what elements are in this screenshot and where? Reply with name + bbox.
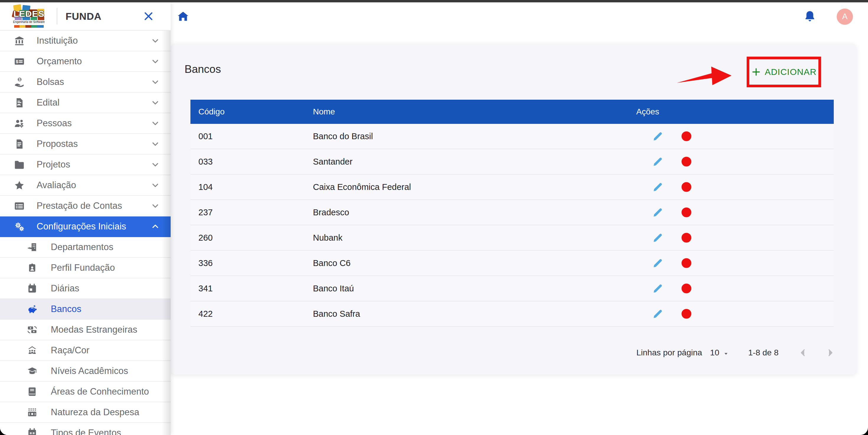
edit-pencil-icon[interactable]	[651, 206, 664, 219]
chevron-down-icon[interactable]	[151, 160, 160, 169]
submenu-item-label: Moedas Estrangeiras	[51, 325, 137, 335]
sidebar-submenu-item[interactable]: Níveis Acadêmicos	[0, 361, 170, 381]
delete-ban-icon[interactable]	[680, 231, 693, 244]
banks-table: Código Nome Ações 001 Banco do Brasil 03…	[190, 100, 834, 327]
cell-nome: Bradesco	[305, 208, 628, 218]
building-arrow-icon	[25, 241, 39, 253]
chevron-down-icon[interactable]	[151, 139, 160, 148]
sidebar-submenu-item[interactable]: Departamentos	[0, 237, 170, 258]
table-list-icon	[12, 200, 26, 211]
chevron-down-icon[interactable]	[151, 119, 160, 128]
sidebar-menu-item[interactable]: Pessoas	[0, 113, 170, 134]
cell-acoes	[628, 130, 834, 143]
cell-nome: Banco do Brasil	[305, 132, 628, 141]
sidebar-menu-item[interactable]: Projetos	[0, 155, 170, 175]
chevron-left-icon[interactable]	[798, 348, 808, 358]
chevron-down-icon[interactable]	[151, 98, 160, 107]
cell-codigo: 260	[190, 233, 305, 243]
chevron-right-icon[interactable]	[825, 348, 835, 358]
cell-codigo: 104	[190, 182, 305, 192]
chevron-down-icon[interactable]	[151, 77, 160, 87]
cell-codigo: 237	[190, 208, 305, 218]
chevron-down-icon[interactable]	[151, 180, 160, 190]
submenu-item-label: Natureza da Despesa	[51, 407, 140, 417]
app-screen: A LEDES Engenharia de Software FUNDA Ins…	[0, 2, 868, 435]
brand-divider	[57, 8, 57, 25]
sidebar-submenu-item[interactable]: Moedas Estrangeiras	[0, 320, 170, 340]
home-icon[interactable]	[177, 10, 190, 23]
sidebar-menu-item[interactable]: Avaliação	[0, 175, 170, 196]
svg-text:$: $	[18, 77, 21, 82]
table-row: 033 Santander	[190, 149, 834, 175]
gears-icon	[12, 221, 26, 232]
sidebar-submenu-item[interactable]: Natureza da Despesa	[0, 402, 170, 423]
cell-nome: Santander	[305, 157, 628, 167]
chevron-down-icon[interactable]	[151, 36, 160, 45]
avatar[interactable]: A	[837, 8, 853, 25]
delete-ban-icon[interactable]	[680, 257, 693, 270]
delete-ban-icon[interactable]	[680, 130, 693, 143]
edit-pencil-icon[interactable]	[651, 130, 664, 143]
sidebar-menu-item[interactable]: Configurações Iniciais	[0, 216, 170, 237]
edit-pencil-icon[interactable]	[651, 257, 664, 270]
chevron-up-icon[interactable]	[151, 222, 160, 231]
hand-dollar-icon: $	[12, 76, 26, 88]
calendar-icon	[25, 283, 39, 294]
submenu-item-label: Departamentos	[51, 242, 113, 253]
table-header: Código Nome Ações	[190, 100, 834, 124]
delete-ban-icon[interactable]	[680, 282, 693, 295]
menu-item-label: Orçamento	[37, 56, 82, 67]
delete-ban-icon[interactable]	[680, 155, 693, 168]
sidebar-submenu-item[interactable]: Tipos de Eventos	[0, 423, 170, 435]
chevron-down-icon[interactable]	[151, 57, 160, 66]
svg-text:$: $	[16, 59, 18, 64]
ledes-logo: LEDES Engenharia de Software	[12, 5, 45, 28]
close-icon[interactable]	[143, 11, 154, 22]
chevron-down-icon[interactable]	[151, 201, 160, 210]
delete-ban-icon[interactable]	[680, 206, 693, 219]
brand-name: FUNDA	[66, 11, 101, 22]
rows-per-page-value[interactable]: 10	[710, 348, 719, 358]
sidebar-menu-item[interactable]: $ Orçamento	[0, 51, 170, 72]
caret-down-icon[interactable]	[723, 349, 729, 356]
sidebar-menu-item[interactable]: Instituição	[0, 31, 170, 51]
sidebar-submenu-item[interactable]: Raça/Cor	[0, 340, 170, 361]
table-row: 104 Caixa Econômica Federal	[190, 175, 834, 200]
submenu-item-label: Áreas de Conhecimento	[51, 386, 149, 397]
menu-item-label: Prestação de Contas	[37, 201, 122, 211]
add-button[interactable]: ADICIONAR	[749, 67, 818, 77]
graduation-cap-icon	[25, 365, 39, 377]
sidebar-menu-item[interactable]: Edital	[0, 93, 170, 113]
table-row: 336 Banco C6	[190, 251, 834, 276]
table-body: 001 Banco do Brasil 033 Santander 104 Ca…	[190, 124, 834, 327]
sidebar-submenu-item[interactable]: Perfil Fundação	[0, 258, 170, 278]
col-codigo: Código	[190, 107, 305, 116]
edit-pencil-icon[interactable]	[651, 307, 664, 320]
sidebar-menu-item[interactable]: Prestação de Contas	[0, 196, 170, 216]
cell-nome: Nubank	[305, 233, 628, 243]
edit-pencil-icon[interactable]	[651, 180, 664, 194]
cell-acoes	[628, 307, 834, 320]
topbar: A	[170, 2, 868, 44]
bell-icon[interactable]	[803, 10, 816, 23]
sidebar-menu-item[interactable]: $ Bolsas	[0, 72, 170, 93]
sidebar-menu-item[interactable]: Propostas	[0, 134, 170, 155]
edit-pencil-icon[interactable]	[651, 282, 664, 295]
edit-pencil-icon[interactable]	[651, 231, 664, 244]
sidebar-submenu-item[interactable]: Áreas de Conhecimento	[0, 381, 170, 402]
sidebar-submenu-item[interactable]: Diárias	[0, 278, 170, 299]
delete-ban-icon[interactable]	[680, 180, 693, 194]
submenu-item-label: Diárias	[51, 283, 79, 294]
folder-icon	[12, 159, 26, 170]
menu-item-label: Edital	[37, 97, 60, 108]
menu-item-label: Configurações Iniciais	[37, 221, 126, 232]
pagination: Linhas por página 10 1-8 de 8	[636, 341, 835, 365]
users-gear-icon	[12, 118, 26, 129]
cell-acoes	[628, 282, 834, 295]
book-icon	[25, 386, 39, 397]
edit-pencil-icon[interactable]	[651, 155, 664, 168]
sidebar-submenu-item[interactable]: Bancos	[0, 299, 170, 320]
delete-ban-icon[interactable]	[680, 307, 693, 320]
calendar-days-icon	[25, 427, 39, 435]
cell-codigo: 336	[190, 258, 305, 268]
